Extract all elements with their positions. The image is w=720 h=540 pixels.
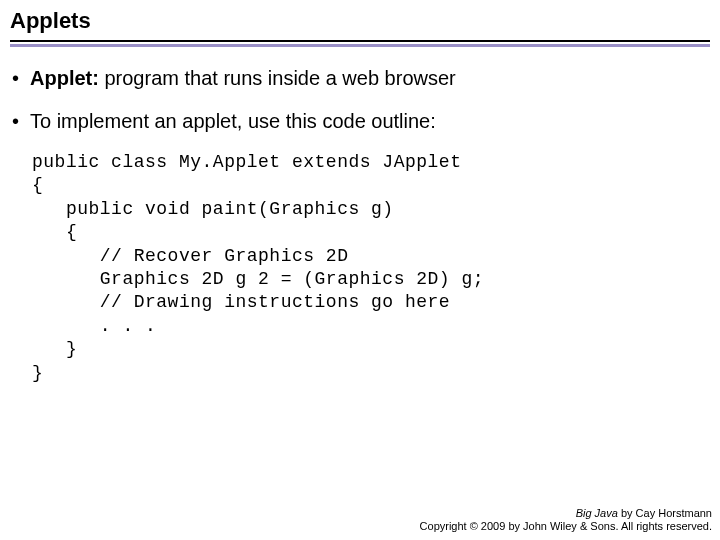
bullet-item: • Applet: program that runs inside a web… [12,65,710,92]
bullet-dot: • [12,108,30,135]
footer-copyright: Copyright © 2009 by John Wiley & Sons. A… [420,520,712,534]
bullet-text: To implement an applet, use this code ou… [30,108,710,135]
footer-author: by Cay Horstmann [618,507,712,519]
slide-footer: Big Java by Cay Horstmann Copyright © 20… [420,507,712,535]
bullet-dot: • [12,65,30,92]
bullet-text: program that runs inside a web browser [99,67,456,89]
bullet-list: • Applet: program that runs inside a web… [10,65,710,135]
bullet-item: • To implement an applet, use this code … [12,108,710,135]
code-block: public class My.Applet extends JApplet {… [10,151,710,385]
bullet-term: Applet: [30,67,99,89]
slide-title: Applets [10,8,710,38]
footer-book-title: Big Java [576,507,618,519]
slide: Applets • Applet: program that runs insi… [0,0,720,385]
title-divider [10,40,710,47]
